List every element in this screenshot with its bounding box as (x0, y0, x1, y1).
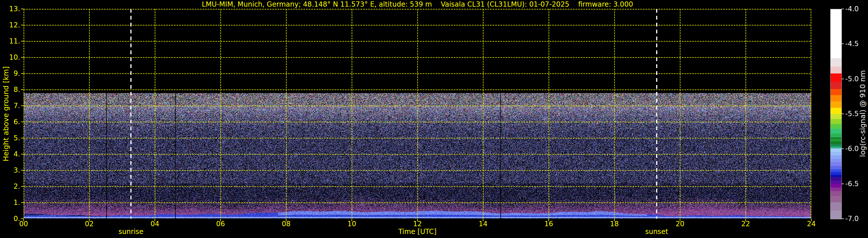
y-tick-mark (21, 218, 24, 219)
y-tick-label: 5. (0, 134, 20, 142)
y-tick-mark (21, 57, 24, 58)
y-tick-mark (21, 122, 24, 122)
colorbar-tick-mark (841, 114, 844, 114)
sunrise-label: sunrise (119, 228, 144, 235)
colorbar-segment (831, 155, 841, 159)
y-tick-label: 9. (0, 69, 20, 78)
colorbar-segment (831, 134, 841, 138)
y-tick-label: 3. (0, 166, 20, 174)
colorbar-segment (831, 172, 841, 175)
x-axis-label: Time [UTC] (398, 228, 437, 235)
colorbar-label: log(rc-signal) @ 910 nm (859, 70, 867, 157)
y-tick-label: 0. (0, 215, 20, 223)
colorbar-tick-label: -5.0 (845, 75, 859, 83)
y-tick-mark (21, 41, 24, 41)
y-tick-label: 2. (0, 182, 20, 190)
colorbar-tick-mark (841, 183, 844, 184)
y-tick-label: 4. (0, 150, 20, 158)
x-tick-label: 22 (741, 220, 750, 228)
x-tick-label: 04 (151, 220, 159, 228)
colorbar-tick-label: -7.0 (845, 214, 859, 223)
colorbar-tick-mark (841, 218, 844, 219)
colorbar-segment (831, 191, 841, 196)
colorbar-segment (831, 114, 841, 119)
y-tick-mark (21, 9, 24, 9)
x-tick-label: 06 (216, 220, 225, 228)
x-tick-label: 08 (282, 220, 291, 228)
sunset-label: sunset (645, 228, 668, 235)
colorbar-segment (831, 202, 841, 211)
colorbar-segment (831, 196, 841, 202)
colorbar-tick-label: -5.5 (845, 110, 859, 118)
x-tick-label: 20 (676, 220, 685, 228)
colorbar-segment (831, 148, 841, 152)
colorbar-segment (831, 9, 841, 58)
colorbar-segment (831, 159, 841, 162)
colorbar-segment (831, 73, 841, 82)
x-tick-label: 24 (807, 220, 816, 228)
colorbar-segment (831, 187, 841, 191)
y-tick-mark (21, 106, 24, 106)
colorbar-tick-label: -6.5 (845, 179, 859, 188)
y-tick-mark (21, 170, 24, 171)
y-tick-mark (21, 186, 24, 187)
colorbar-segment (831, 152, 841, 155)
colorbar-segment (831, 175, 841, 177)
colorbar-tick-label: -6.0 (845, 144, 859, 153)
colorbar-segment (831, 184, 841, 187)
plot-title: LMU-MIM, Munich, Germany; 48.148° N 11.5… (24, 0, 811, 8)
x-tick-label: 14 (479, 220, 488, 228)
y-tick-mark (21, 154, 24, 154)
colorbar-segment (831, 170, 841, 172)
y-tick-mark (21, 73, 24, 74)
x-tick-label: 12 (413, 220, 422, 228)
colorbar-segment (831, 181, 841, 184)
colorbar-segment (831, 58, 841, 66)
x-tick-label: 16 (545, 220, 553, 228)
colorbar-tick-label: -4.5 (845, 39, 859, 48)
colorbar-segment (831, 82, 841, 89)
colorbar-tick-mark (841, 9, 844, 9)
y-tick-mark (21, 202, 24, 203)
y-tick-label: 11. (0, 37, 20, 45)
colorbar-segment (831, 138, 841, 142)
colorbar-segment (831, 177, 841, 180)
x-tick-label: 10 (347, 220, 356, 228)
backscatter-heatmap-canvas (24, 9, 811, 219)
colorbar-segment (831, 211, 841, 219)
colorbar-segment (831, 124, 841, 129)
colorbar-segment (831, 95, 841, 101)
x-tick-label: 02 (85, 220, 94, 228)
y-tick-label: 12. (0, 21, 20, 29)
colorbar-tick-mark (841, 43, 844, 44)
y-tick-label: 13. (0, 5, 20, 13)
colorbar-segment (831, 144, 841, 146)
colorbar-tick-mark (841, 148, 844, 149)
y-tick-mark (21, 25, 24, 25)
colorbar-segment (831, 146, 841, 148)
y-tick-label: 6. (0, 118, 20, 126)
colorbar-segment (831, 162, 841, 166)
colorbar-segment (831, 142, 841, 144)
colorbar (830, 9, 842, 219)
y-tick-label: 10. (0, 53, 20, 61)
colorbar-segment (831, 129, 841, 134)
colorbar-segment (831, 166, 841, 170)
x-tick-label: 18 (610, 220, 619, 228)
colorbar-segment (831, 66, 841, 73)
y-tick-mark (21, 89, 24, 90)
colorbar-segment (831, 108, 841, 114)
colorbar-segment (831, 101, 841, 108)
colorbar-segment (831, 119, 841, 124)
y-tick-mark (21, 138, 24, 138)
y-axis-label: Height above ground [km] (2, 66, 10, 161)
y-tick-label: 7. (0, 102, 20, 110)
colorbar-tick-label: -4.0 (845, 5, 859, 13)
ceilometer-quicklook: LMU-MIM, Munich, Germany; 48.148° N 11.5… (0, 0, 868, 238)
colorbar-tick-mark (841, 79, 844, 79)
y-tick-label: 1. (0, 199, 20, 207)
x-tick-label: 00 (19, 220, 28, 228)
colorbar-segment (831, 89, 841, 95)
y-tick-label: 8. (0, 86, 20, 94)
